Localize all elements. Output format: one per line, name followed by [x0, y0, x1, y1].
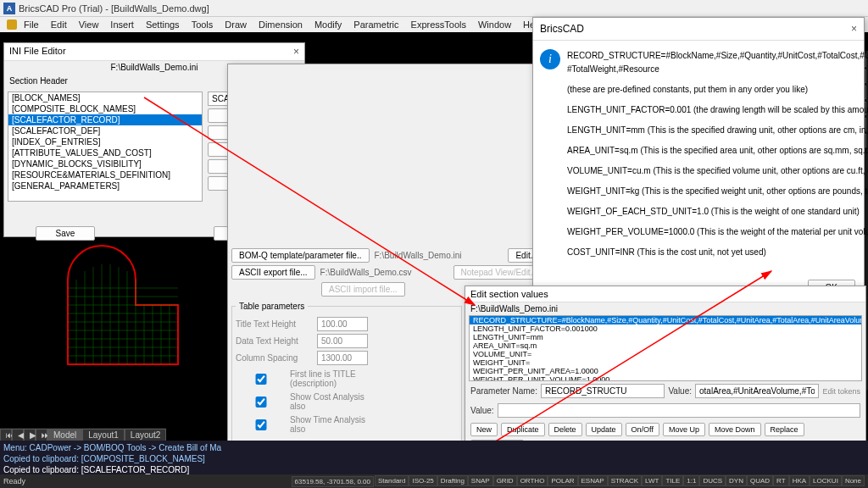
- ascii-export-button[interactable]: ASCII export file...: [231, 265, 315, 280]
- value-item[interactable]: LENGTH_UNIT_FACTOR=0.001000: [470, 324, 861, 333]
- drawing-shape: [51, 237, 186, 373]
- command-line[interactable]: Menu: CADPower -> BOM/BOQ Tools -> Creat…: [0, 441, 868, 474]
- value-item[interactable]: LENGTH_UNIT=mm: [470, 333, 861, 341]
- app-title: BricsCAD Pro (Trial) - [BuildWalls_Demo.…: [19, 3, 209, 14]
- menu-window[interactable]: Window: [473, 18, 516, 31]
- status-tile[interactable]: TILE: [662, 475, 683, 486]
- move-down-button[interactable]: Move Down: [709, 423, 761, 436]
- section-item[interactable]: [SCALEFACTOR_RECORD]: [8, 114, 202, 125]
- section-item[interactable]: [ATTRIBUTE_VALUES_AND_COST]: [8, 147, 202, 158]
- status-ready: Ready: [3, 477, 25, 485]
- status-iso-25[interactable]: ISO-25: [409, 475, 437, 486]
- menu-file[interactable]: File: [19, 18, 44, 31]
- app-icon: A: [3, 3, 15, 14]
- menu-edit[interactable]: Edit: [46, 18, 72, 31]
- menu-dimension[interactable]: Dimension: [253, 18, 308, 31]
- status-drafting[interactable]: Drafting: [437, 475, 468, 486]
- data-height-input[interactable]: [317, 334, 368, 348]
- lock-icon: [7, 19, 17, 30]
- replace-button[interactable]: Replace: [765, 423, 804, 436]
- value-item[interactable]: WEIGHT_PER_UNIT_VOLUME=1.0000: [470, 375, 861, 381]
- menu-modify[interactable]: Modify: [309, 18, 347, 31]
- close-icon[interactable]: ×: [293, 46, 299, 58]
- statusbar: Ready 63519.58, -3701.58, 0.00 StandardI…: [0, 474, 868, 488]
- section-item[interactable]: [INDEX_OF_ENTRIES]: [8, 136, 202, 147]
- tab-model[interactable]: Model: [47, 429, 82, 441]
- first-line-title-checkbox[interactable]: [236, 374, 287, 385]
- info-popup: BricsCAD × i RECORD_STRUCTURE=#BlockName…: [532, 17, 865, 297]
- tab-prev-icon[interactable]: ◀: [12, 429, 24, 441]
- status-grid[interactable]: GRID: [493, 475, 517, 486]
- col-spacing-input[interactable]: [317, 351, 368, 365]
- edit-section-path: F:\BuildWalls_Demo.ini: [465, 302, 865, 315]
- tab-last-icon[interactable]: ⏭: [36, 429, 47, 441]
- edit-section-dialog: Edit section values F:\BuildWalls_Demo.i…: [465, 286, 866, 455]
- status-dyn[interactable]: DYN: [726, 475, 747, 486]
- section-item[interactable]: [RESOURCE&MATERIALS_DEFINITION]: [8, 169, 202, 180]
- status-hka[interactable]: HKA: [789, 475, 810, 486]
- show-cost-checkbox[interactable]: [236, 396, 287, 408]
- menu-view[interactable]: View: [74, 18, 104, 31]
- ascii-import-button[interactable]: ASCII import file...: [321, 282, 405, 297]
- param-value-input[interactable]: [695, 384, 819, 398]
- value-item[interactable]: AREA_UNIT=sq.m: [470, 341, 861, 350]
- menu-settings[interactable]: Settings: [141, 18, 185, 31]
- status-lockui[interactable]: LOCKUI: [810, 475, 842, 486]
- layout-tabs: ⏮ ◀ ▶ ⏭ Model Layout1 Layout2: [0, 428, 166, 441]
- value-item[interactable]: WEIGHT_PER_UNIT_AREA=1.0000: [470, 367, 861, 375]
- table-params-label: Table parameters: [236, 302, 308, 311]
- bomq-template-button[interactable]: BOM-Q template/parameter file..: [231, 248, 370, 263]
- section-list[interactable]: [BLOCK_NAMES][COMPOSITE_BLOCK_NAMES][SCA…: [8, 92, 203, 202]
- value-item[interactable]: WEIGHT_UNIT=: [470, 358, 861, 367]
- move-up-button[interactable]: Move Up: [663, 423, 705, 436]
- menu-draw[interactable]: Draw: [220, 18, 252, 31]
- section-item[interactable]: [SCALEFACTOR_DEF]: [8, 125, 202, 136]
- close-icon[interactable]: ×: [851, 23, 857, 35]
- status-lwt[interactable]: LWT: [642, 475, 662, 486]
- tab-first-icon[interactable]: ⏮: [0, 429, 12, 441]
- param-name-input[interactable]: [541, 384, 665, 398]
- status-polar[interactable]: POLAR: [548, 475, 577, 486]
- new-button[interactable]: New: [470, 423, 498, 436]
- status-snap[interactable]: SNAP: [468, 475, 493, 486]
- value-item[interactable]: VOLUME_UNIT=: [470, 350, 861, 358]
- notepad-button[interactable]: Notepad View/Edit...: [453, 265, 545, 280]
- status-none[interactable]: None: [842, 475, 865, 486]
- status-ortho[interactable]: ORTHO: [517, 475, 548, 486]
- status-rt[interactable]: RT: [773, 475, 789, 486]
- tab-layout2[interactable]: Layout2: [125, 429, 167, 441]
- section-item[interactable]: [BLOCK_NAMES]: [8, 92, 202, 103]
- show-time-checkbox[interactable]: [236, 419, 287, 430]
- menu-parametric[interactable]: Parametric: [348, 18, 403, 31]
- ascii-path: F:\BuildWalls_Demo.csv: [320, 268, 448, 277]
- on-off-button[interactable]: On/Off: [626, 423, 659, 436]
- edit-tokens-link[interactable]: Edit tokens: [822, 387, 860, 396]
- save-button[interactable]: Save: [36, 226, 95, 241]
- menu-expresstools[interactable]: ExpressTools: [406, 18, 471, 31]
- status-esnap[interactable]: ESNAP: [578, 475, 608, 486]
- section-item[interactable]: [DYNAMIC_BLOCKS_VISIBILITY]: [8, 158, 202, 169]
- update-button[interactable]: Update: [586, 423, 622, 436]
- titlebar: A BricsCAD Pro (Trial) - [BuildWalls_Dem…: [0, 0, 868, 17]
- info-icon: i: [540, 49, 560, 69]
- status-1:1[interactable]: 1:1: [683, 475, 699, 486]
- delete-button[interactable]: Delete: [548, 423, 582, 436]
- menu-insert[interactable]: Insert: [105, 18, 139, 31]
- status-ducs[interactable]: DUCS: [699, 475, 726, 486]
- menu-tools[interactable]: Tools: [186, 18, 219, 31]
- param-value2-input[interactable]: [498, 403, 860, 418]
- tab-next-icon[interactable]: ▶: [24, 429, 36, 441]
- edit-section-title: Edit section values: [470, 289, 548, 299]
- title-height-input[interactable]: [317, 317, 368, 331]
- tab-layout1[interactable]: Layout1: [82, 429, 125, 441]
- duplicate-button[interactable]: Duplicate: [501, 423, 545, 436]
- section-item[interactable]: [COMPOSITE_BLOCK_NAMES]: [8, 103, 202, 114]
- info-text: RECORD_STRUCTURE=#BlockName,#Size,#Quant…: [567, 49, 868, 266]
- ini-editor-title: INI File Editor: [9, 46, 66, 58]
- status-standard[interactable]: Standard: [375, 475, 409, 486]
- section-values-list[interactable]: RECORD_STRUCTURE=#BlockName,#Size,#Quant…: [469, 315, 862, 381]
- status-quad[interactable]: QUAD: [747, 475, 773, 486]
- value-item[interactable]: RECORD_STRUCTURE=#BlockName,#Size,#Quant…: [470, 316, 861, 324]
- status-strack[interactable]: STRACK: [608, 475, 642, 486]
- section-item[interactable]: [GENERAL_PARAMETERS]: [8, 180, 202, 191]
